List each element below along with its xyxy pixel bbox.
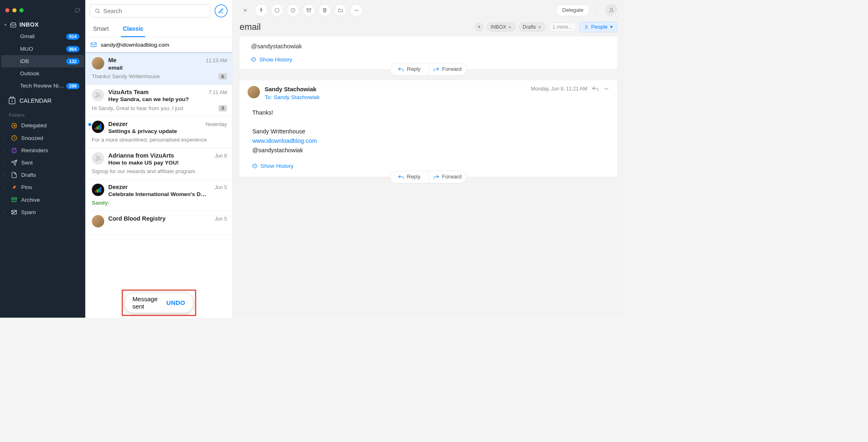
svg-rect-3 — [12, 198, 17, 199]
folders-heading: Folders — [0, 109, 86, 119]
message-item[interactable]: VizuArts Team7:11 AMHey Sandra, can we h… — [86, 85, 233, 117]
tab-smart[interactable]: Smart — [91, 23, 111, 37]
inbox-section[interactable]: ▾ INBOX — [0, 19, 86, 30]
message-item[interactable]: DeezerJun 5Celebrate International Women… — [86, 180, 233, 211]
svg-point-18 — [606, 88, 607, 89]
remove-tag-icon[interactable]: ✕ — [538, 25, 542, 29]
thread-header: email + INBOX✕ Drafts✕ 1 more... People … — [233, 20, 624, 36]
reading-pane: Delegate email + INBOX✕ Drafts✕ 1 more..… — [233, 0, 624, 318]
reply-icon[interactable] — [592, 86, 599, 92]
svg-point-15 — [610, 8, 613, 10]
reply-forward-bar: Reply Forward — [390, 63, 467, 76]
sidebar-account-idb[interactable]: iDB132 — [1, 55, 84, 67]
folder-pins[interactable]: ›Pins — [0, 181, 86, 194]
tag-drafts[interactable]: Drafts✕ — [519, 23, 545, 32]
svg-rect-6 — [91, 43, 96, 47]
people-dropdown[interactable]: People ▾ — [580, 22, 617, 32]
search-input[interactable] — [103, 7, 206, 14]
remove-tag-icon[interactable]: ✕ — [508, 25, 512, 29]
folder-spam[interactable]: ›Spam — [0, 206, 86, 218]
folder-drafts[interactable]: ›Drafts — [0, 169, 86, 181]
reading-toolbar: Delegate — [233, 0, 624, 20]
calendar-label: CALENDAR — [19, 97, 51, 104]
archive-icon[interactable] — [303, 4, 315, 16]
sidebar-account-tech review nin…[interactable]: Tech Review Nin…288 — [1, 80, 84, 92]
reply-button[interactable]: Reply — [390, 171, 428, 183]
maximize-window[interactable] — [19, 8, 23, 12]
refresh-icon[interactable] — [75, 8, 80, 13]
more-tags[interactable]: 1 more... — [549, 23, 576, 32]
view-tabs: Smart Classic — [86, 20, 233, 37]
divider — [596, 6, 596, 15]
show-history-button[interactable]: Show History — [251, 56, 606, 63]
message-to[interactable]: To: Sandy Stachowiak — [264, 94, 319, 100]
envelope-icon — [90, 43, 96, 47]
folder-snoozed[interactable]: ›Snoozed — [0, 132, 86, 144]
tag-inbox[interactable]: INBOX✕ — [487, 23, 515, 32]
reply-forward-bar: Reply Forward — [390, 171, 467, 183]
more-icon[interactable] — [350, 4, 363, 16]
calendar-section[interactable]: 1 CALENDAR — [0, 92, 86, 109]
more-icon[interactable] — [604, 86, 609, 92]
signature-link[interactable]: www.idownloadblog.com — [252, 138, 316, 144]
message-date: Monday, Jun 8, 11:21 AM — [531, 86, 588, 92]
svg-point-9 — [275, 8, 279, 12]
toast-text: Message sent — [133, 296, 158, 310]
window-controls — [0, 5, 86, 19]
folder-archive[interactable]: ›Archive — [0, 194, 86, 206]
message-item[interactable]: DeezerYesterdaySettings & privacy update… — [86, 117, 233, 148]
sidebar-account-outlook[interactable]: Outlook — [1, 68, 84, 80]
tab-classic[interactable]: Classic — [121, 23, 145, 37]
svg-point-7 — [95, 97, 97, 98]
show-history-button[interactable]: Show History — [252, 162, 604, 171]
svg-rect-11 — [307, 9, 311, 10]
svg-point-8 — [95, 160, 97, 161]
message-item[interactable]: Cord Blood RegistryJun 5 — [86, 211, 233, 235]
svg-point-5 — [95, 9, 99, 12]
message-item[interactable]: Me11:13 AMemailThanks! Sandy Writtenhous… — [86, 52, 233, 85]
search-icon — [95, 8, 100, 14]
delegate-button[interactable]: Delegate — [556, 5, 590, 16]
move-folder-icon[interactable] — [335, 4, 347, 16]
add-tag-button[interactable]: + — [475, 23, 483, 31]
svg-point-14 — [357, 10, 358, 11]
message-body: Thanks! Sandy Writtenhouse www.idownload… — [240, 101, 617, 177]
folder-sent[interactable]: ›Sent — [0, 157, 86, 169]
account-email: sandy@idownloadblog.com — [101, 41, 169, 48]
message-item[interactable]: Adrianna from VizuArtsJun 6How to make U… — [86, 148, 233, 180]
thread-title: email — [240, 22, 471, 32]
sidebar-account-gmail[interactable]: Gmail914 — [1, 30, 84, 43]
chevron-down-icon: ▾ — [610, 24, 613, 30]
folder-reminders[interactable]: ›Reminders — [0, 144, 86, 156]
forward-button[interactable]: Forward — [429, 171, 466, 183]
inbox-icon — [10, 21, 16, 28]
svg-point-19 — [607, 88, 608, 89]
reply-button[interactable]: Reply — [390, 63, 428, 75]
pin-icon[interactable] — [255, 4, 267, 16]
trash-icon[interactable] — [319, 4, 331, 16]
undo-button[interactable]: UNDO — [166, 299, 185, 306]
message-card: Sandy Stachowiak To: Sandy Stachowiak Mo… — [239, 80, 618, 177]
folder-delegated[interactable]: Delegated — [0, 120, 86, 132]
forward-button[interactable]: Forward — [429, 63, 466, 75]
mark-unread-icon[interactable] — [271, 4, 283, 16]
search-box[interactable] — [90, 4, 210, 18]
chevron-down-icon: ▾ — [4, 21, 7, 28]
account-bar[interactable]: sandy@idownloadblog.com — [86, 37, 233, 52]
close-icon[interactable] — [239, 4, 251, 16]
svg-point-17 — [605, 88, 606, 89]
svg-point-16 — [585, 25, 587, 27]
svg-point-13 — [356, 10, 357, 11]
avatar — [248, 86, 260, 98]
sidebar: ▾ INBOX Gmail914MUO864iDB132OutlookTech … — [0, 0, 86, 318]
message-list-column: Smart Classic sandy@idownloadblog.com Me… — [86, 0, 233, 318]
compose-button[interactable] — [215, 5, 228, 18]
message-sender: Sandy Stachowiak — [264, 86, 319, 93]
close-window[interactable] — [5, 8, 9, 12]
toast-highlight: Message sent UNDO — [122, 289, 196, 316]
message-sent-toast: Message sent UNDO — [124, 293, 193, 313]
add-person-button[interactable] — [605, 4, 617, 16]
sidebar-account-muo[interactable]: MUO864 — [1, 43, 84, 55]
minimize-window[interactable] — [12, 8, 16, 12]
snooze-icon[interactable] — [287, 4, 299, 16]
